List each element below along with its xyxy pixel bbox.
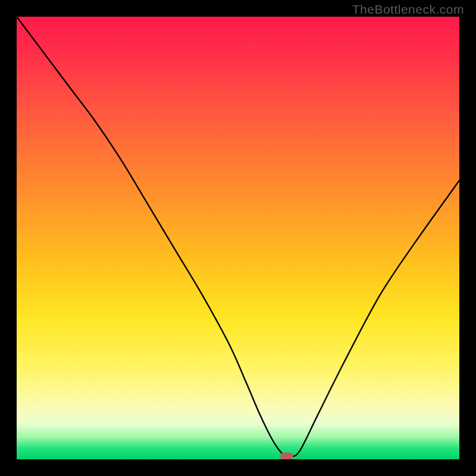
bottleneck-curve	[17, 17, 459, 459]
optimum-marker	[280, 452, 293, 459]
watermark-text: TheBottleneck.com	[352, 2, 464, 17]
plot-area	[17, 17, 459, 459]
chart-frame: TheBottleneck.com	[0, 0, 476, 476]
